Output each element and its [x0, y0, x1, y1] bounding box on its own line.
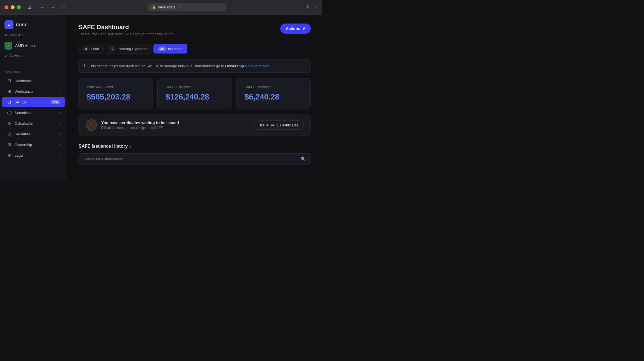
- alert-title: You have certificates waiting to be issu…: [101, 121, 250, 125]
- workspace-selector[interactable]: A AMD Africa ›: [0, 39, 67, 52]
- page-subtitle: Create, track and sign new SAFEs for you…: [79, 32, 175, 36]
- sidebar-item-legal[interactable]: ⊕ Legal ∨: [2, 150, 65, 160]
- workspace-chevron-icon: ›: [61, 44, 63, 48]
- info-separator2: >: [245, 64, 248, 68]
- app-container: ▲ raise WORKSPACE A AMD Africa › ✓ Activ…: [0, 15, 322, 180]
- actions-button[interactable]: Actions ∨: [280, 24, 311, 34]
- new-tab-icon[interactable]: ＋: [313, 4, 318, 10]
- securities-icon: ◯: [7, 110, 12, 115]
- info-text: This section helps you track issued SAFE…: [89, 64, 270, 68]
- activated-text: Activated: [10, 54, 23, 58]
- url-display[interactable]: 🔒 raise.africa ⇗: [147, 3, 226, 11]
- info-text-prefix: This section helps you track issued SAFE…: [89, 64, 224, 68]
- activated-badge: ✓ Activated: [0, 52, 67, 61]
- search-input[interactable]: [83, 157, 298, 161]
- sidebar-item-calculators[interactable]: ⊙ Calculators ∨: [2, 118, 65, 128]
- page-title-area: SAFE Dashboard Create, track and sign ne…: [79, 24, 175, 36]
- alert-icon: !: [86, 119, 97, 131]
- sidebar-item-ownership[interactable]: ⊠ Ownership ∨: [2, 140, 65, 150]
- stat-card-total-sent: Total SAFES sent $505,203.28: [79, 78, 153, 108]
- logo-text: raise: [16, 22, 27, 28]
- sidebar-item-label: Workspace: [15, 89, 55, 94]
- info-banner: ℹ This section helps you track issued SA…: [79, 59, 311, 73]
- tab-issuance[interactable]: 34 Issuance: [153, 44, 187, 54]
- traffic-lights: [4, 5, 21, 9]
- browser-navigation: ← → ↻: [39, 3, 67, 11]
- url-text: raise.africa: [158, 5, 176, 9]
- issue-certificates-button[interactable]: Issue SAFE Certificates: [255, 121, 304, 130]
- chevron-down-icon: ∨: [58, 154, 60, 157]
- page-title: SAFE Dashboard: [79, 24, 175, 31]
- close-button[interactable]: [4, 5, 8, 9]
- page-header: SAFE Dashboard Create, track and sign ne…: [79, 24, 311, 36]
- sidebar-toggle-icon[interactable]: ⊡: [25, 3, 33, 11]
- stat-label-total-sent: Total SAFES sent: [87, 85, 145, 89]
- sidebar-item-label: Securities: [15, 111, 55, 115]
- info-icon: ℹ: [84, 63, 86, 68]
- chevron-down-icon: ∨: [58, 132, 60, 136]
- sidebar-item-label: Calculators: [15, 121, 55, 126]
- sidebar: ▲ raise WORKSPACE A AMD Africa › ✓ Activ…: [0, 15, 67, 180]
- stat-card-received-2: SAFES Received $6,240.28: [236, 78, 311, 108]
- stakeholders-link[interactable]: Stakeholders: [248, 64, 270, 68]
- safes-icon: ⊟: [7, 99, 12, 105]
- tab-pending[interactable]: 0 Pending Signature: [105, 44, 152, 54]
- chevron-down-icon: ∨: [58, 90, 60, 93]
- stats-row: Total SAFES sent $505,203.28 SAFES Recei…: [79, 78, 311, 108]
- new-badge: New: [50, 100, 60, 104]
- tab-draft[interactable]: 0 Draft: [79, 44, 104, 54]
- address-bar: 🔒 raise.africa ⇗: [70, 3, 303, 11]
- ownership-link[interactable]: Ownership: [225, 64, 244, 68]
- minimize-button[interactable]: [11, 5, 15, 9]
- legal-icon: ⊕: [7, 153, 12, 158]
- sidebar-item-label: SAFEs: [15, 100, 48, 104]
- history-info-icon: ℹ: [130, 144, 131, 149]
- history-title: SAFE Issuance History: [79, 144, 128, 149]
- tab-issuance-count: 34: [158, 47, 165, 51]
- alert-card: ! You have certificates waiting to be is…: [79, 114, 311, 136]
- sidebar-divider: [0, 64, 67, 64]
- search-icon: 🔍: [301, 156, 306, 161]
- maximize-button[interactable]: [17, 5, 21, 9]
- sidebar-item-safes[interactable]: ⊟ SAFEs New: [2, 97, 65, 107]
- search-bar[interactable]: 🔍: [79, 153, 311, 165]
- checkmark-icon: ✓: [4, 54, 8, 58]
- alert-subtitle: 5 Stakeholders are yet to sign their SAF…: [101, 126, 250, 130]
- calculators-icon: ⊙: [7, 121, 12, 126]
- dashboard-icon: ⊟: [7, 78, 12, 83]
- tab-issuance-label: Issuance: [168, 47, 183, 51]
- reload-button[interactable]: ↻: [59, 3, 67, 11]
- sidebar-item-dashboard[interactable]: ⊟ Dashboard: [2, 76, 65, 86]
- chevron-down-icon: ∨: [58, 122, 60, 125]
- logo-area: ▲ raise: [0, 15, 67, 33]
- sidebar-item-label: Legal: [15, 153, 55, 158]
- lock-icon: 🔒: [152, 5, 156, 9]
- forward-button[interactable]: →: [49, 3, 57, 11]
- workspace-icon: ⊞: [7, 89, 12, 94]
- workspace-name: AMD Africa: [15, 43, 59, 48]
- main-content: SAFE Dashboard Create, track and sign ne…: [67, 15, 322, 180]
- sidebar-item-label: Ownership: [15, 143, 55, 147]
- ownership-icon: ⊠: [7, 142, 12, 147]
- download-icon[interactable]: ⬇: [306, 4, 310, 10]
- back-button[interactable]: ←: [39, 3, 47, 11]
- stat-label-received-1: SAFES Received: [165, 85, 224, 89]
- actions-label: Actions: [286, 26, 300, 31]
- logo-icon: ▲: [4, 20, 13, 29]
- chevron-down-icon: ∨: [58, 111, 60, 115]
- sidebar-item-label: Securities: [15, 132, 55, 136]
- sidebar-item-securities2[interactable]: ◷ Securities ∨: [2, 129, 65, 139]
- workspace-avatar: A: [4, 42, 12, 50]
- tab-draft-count: 0: [83, 47, 89, 51]
- tab-draft-label: Draft: [91, 47, 99, 51]
- organize-section-label: ORGANIZE: [0, 66, 67, 75]
- actions-chevron-icon: ∨: [302, 26, 305, 31]
- stat-label-received-2: SAFES Received: [245, 85, 303, 89]
- tabs-row: 0 Draft 0 Pending Signature 34 Issuance: [79, 44, 311, 54]
- sidebar-item-securities[interactable]: ◯ Securities ∨: [2, 108, 65, 118]
- browser-actions: ⬇ ＋: [306, 4, 318, 10]
- sidebar-item-workspace[interactable]: ⊞ Workspace ∨: [2, 86, 65, 96]
- tab-pending-label: Pending Signature: [118, 47, 148, 51]
- history-header: SAFE Issuance History ℹ: [79, 144, 311, 149]
- stat-value-total-sent: $505,203.28: [87, 92, 145, 101]
